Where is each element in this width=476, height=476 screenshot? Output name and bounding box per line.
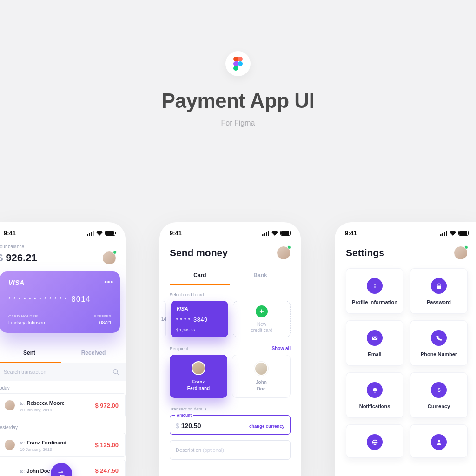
battery-icon — [105, 231, 115, 236]
svg-rect-18 — [372, 336, 377, 340]
amount-input[interactable]: Amount $120.50 change currency — [170, 415, 291, 435]
recipient-card[interactable]: John Doe — [232, 355, 291, 398]
svg-rect-17 — [437, 285, 441, 289]
credit-card-mini[interactable]: VISA * * * *3849 $ 1,345.56 — [171, 301, 228, 337]
card-holder: Lindsey Johnson — [8, 320, 45, 325]
figma-icon — [225, 51, 251, 76]
settings-currency[interactable]: $ Currency — [410, 372, 468, 418]
status-time: 9:41 — [4, 230, 16, 237]
show-all-link[interactable]: Show all — [271, 346, 291, 351]
wifi-icon — [96, 231, 103, 236]
person-icon — [431, 434, 447, 450]
avatar[interactable] — [102, 251, 116, 265]
svg-rect-1 — [87, 234, 88, 236]
category-yesterday: Yesterday — [0, 420, 126, 433]
svg-rect-10 — [268, 231, 269, 236]
status-icons — [440, 231, 469, 236]
transaction-amount: $ 247.50 — [95, 467, 119, 474]
avatar[interactable] — [454, 246, 468, 260]
search-icon — [112, 369, 119, 375]
lock-icon — [431, 278, 447, 294]
plus-icon: + — [256, 305, 268, 317]
card-number: * * * * * * * * * * * * 8014 — [8, 295, 112, 304]
card-number: * * * *3849 — [176, 316, 223, 323]
settings-item[interactable] — [410, 424, 468, 458]
card-brand: VISA — [8, 279, 112, 286]
svg-point-24 — [438, 440, 440, 442]
recipient-label: Recipient — [170, 346, 188, 351]
svg-text:$: $ — [437, 388, 440, 393]
search-placeholder: Search transaction — [4, 369, 46, 375]
settings-email[interactable]: Email — [346, 320, 403, 366]
phone-icon — [431, 330, 447, 346]
avatar-icon — [4, 400, 15, 411]
screen-balance: 9:41 Your balance $ 926.21 VISA ••• * * … — [0, 222, 126, 476]
description-input[interactable]: Description (optional) — [170, 440, 291, 460]
avatar-icon — [4, 439, 15, 450]
svg-rect-9 — [266, 232, 267, 236]
svg-rect-11 — [440, 234, 441, 236]
settings-notifications[interactable]: Notifications — [346, 372, 403, 418]
battery-icon — [458, 231, 469, 236]
category-today: Today — [0, 381, 126, 393]
card-expires-label: EXPIRES — [94, 314, 112, 318]
svg-rect-3 — [91, 232, 92, 236]
svg-point-15 — [374, 284, 375, 284]
avatar[interactable] — [277, 246, 291, 260]
card-balance: $ 1,345.56 — [176, 328, 223, 332]
amount-legend: Amount — [175, 413, 193, 417]
settings-item[interactable] — [346, 424, 403, 458]
tab-card[interactable]: Card — [170, 267, 230, 285]
balance-label: Your balance — [0, 244, 126, 249]
svg-rect-2 — [89, 233, 90, 236]
avatar-icon — [192, 361, 205, 375]
card-expires: 08/21 — [94, 320, 112, 325]
signal-icon — [262, 231, 269, 236]
screen-send-money: 9:41 Send money Card Bank Select credit … — [159, 222, 301, 476]
svg-rect-13 — [444, 232, 445, 236]
credit-card[interactable]: VISA ••• * * * * * * * * * * * * 8014 CA… — [0, 271, 120, 333]
status-time: 9:41 — [170, 230, 182, 237]
screen-title: Send money — [170, 247, 228, 258]
page-title: Payment App UI — [0, 89, 476, 112]
tab-sent[interactable]: Sent — [0, 344, 61, 363]
svg-rect-4 — [93, 231, 93, 236]
settings-phone[interactable]: Phone Number — [410, 320, 468, 366]
avatar-icon — [254, 362, 268, 376]
prev-card[interactable]: 14 — [159, 301, 166, 337]
transaction-amount: $ 972.00 — [95, 402, 119, 409]
recipient-card[interactable]: Franz Ferdinand — [170, 355, 227, 398]
card-brand: VISA — [176, 306, 223, 311]
globe-icon — [367, 434, 383, 450]
settings-password[interactable]: Password — [410, 268, 468, 314]
balance-amount: $ 926.21 — [0, 252, 37, 264]
status-icons — [87, 231, 115, 236]
bell-icon — [367, 382, 383, 398]
search-input[interactable]: Search transaction — [0, 363, 126, 381]
transaction-row[interactable]: to: Rebecca Moore 20 January, 2019 $ 972… — [0, 393, 126, 417]
settings-profile[interactable]: Profile Information — [346, 268, 403, 314]
info-icon — [367, 278, 383, 294]
page-subtitle: For Figma — [0, 119, 476, 127]
status-time: 9:41 — [345, 230, 357, 237]
tab-bank[interactable]: Bank — [230, 267, 291, 285]
screen-title: Settings — [346, 247, 384, 258]
svg-rect-8 — [264, 233, 265, 236]
wifi-icon — [450, 231, 456, 236]
transaction-amount: $ 125.00 — [95, 442, 119, 449]
tab-received[interactable]: Received — [61, 344, 126, 363]
transaction-row[interactable]: to: Franz Ferdinand 19 January, 2019 $ 1… — [0, 433, 126, 457]
add-card-button[interactable]: + New credit card — [233, 301, 291, 337]
svg-rect-12 — [442, 233, 443, 236]
change-currency-link[interactable]: change currency — [249, 423, 284, 429]
screen-settings: 9:41 Settings Profile Information Passwo… — [335, 222, 476, 476]
dollar-icon: $ — [431, 382, 447, 398]
mail-icon — [367, 330, 383, 346]
svg-rect-7 — [262, 234, 263, 236]
card-holder-label: CARD HOLDER — [8, 314, 45, 318]
more-icon[interactable]: ••• — [104, 278, 113, 286]
svg-line-6 — [117, 373, 119, 375]
select-card-label: Select credit card — [159, 285, 301, 301]
svg-rect-16 — [374, 285, 375, 288]
signal-icon — [440, 231, 447, 236]
